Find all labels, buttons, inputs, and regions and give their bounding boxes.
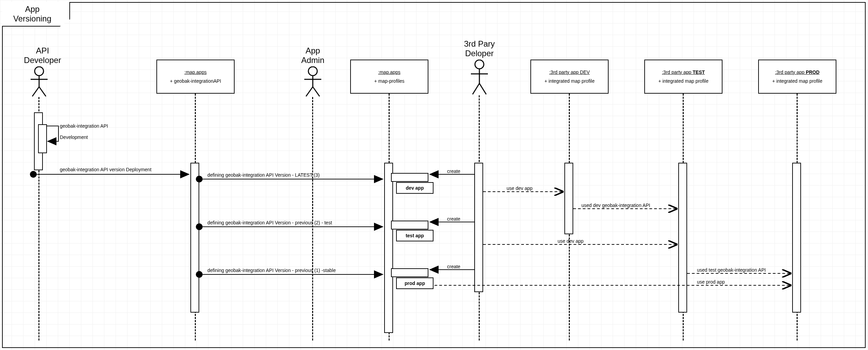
object-prod-sub: + integrated map profile: [772, 78, 822, 84]
msg-create-2: create: [447, 216, 460, 222]
activation-prod-app-row: [391, 268, 428, 277]
msg-create-3: create: [447, 264, 460, 269]
msg-create-1: create: [447, 169, 460, 174]
msg-use-dev: use dev app: [507, 186, 532, 191]
activation-test-app-row: [391, 221, 428, 229]
svg-line-9: [313, 87, 320, 96]
object-mapapps-1: :map.apps + geobak-integrationAPI: [156, 60, 235, 94]
svg-line-14: [479, 83, 486, 94]
object-mapapps-2: :map.apps + map-profiles: [350, 60, 428, 94]
activation-3rd-party: [474, 163, 483, 292]
object-test-sub: + integrated map profile: [658, 78, 708, 84]
object-test-title: :3rd party app TEST: [662, 69, 705, 75]
object-prod-title-pre: :3rd party app: [775, 69, 806, 75]
frame-title: App Versioning: [2, 2, 70, 27]
svg-line-8: [306, 87, 313, 96]
svg-line-3: [32, 87, 39, 96]
dot-prev-stable: [196, 271, 203, 278]
object-mapapps-2-sub: + map-profiles: [374, 78, 404, 84]
actor-3rd-party-label: 3rd Pary Deloper: [449, 39, 510, 58]
object-dev-sub: + integrated map profile: [544, 78, 594, 84]
msg-def-latest: defining geobak-integration API Version …: [207, 172, 320, 178]
object-mapapps-1-sub: + geobak-integrationAPI: [170, 78, 221, 84]
activation-api-dev-2: [38, 124, 47, 153]
object-mapapps-2-title: :map.apps: [378, 69, 400, 75]
svg-point-5: [308, 67, 317, 76]
msg-deploy: geobak-integration API version Deploymen…: [60, 167, 151, 172]
activation-mapapps-1: [190, 163, 199, 313]
actor-app-admin-label: App Admin: [289, 46, 337, 65]
box-dev-app: dev app: [396, 182, 433, 194]
start-dot: [30, 171, 37, 178]
object-prod-title: :3rd party app PROD: [775, 69, 820, 75]
object-prod-title-bold: PROD: [806, 69, 819, 75]
msg-use-prod: use prod app: [697, 279, 725, 285]
box-test-app: test app: [396, 230, 433, 241]
actor-api-developer-icon: [29, 66, 49, 97]
msg-def-prev-stable: defining geobak-integration API Version …: [207, 268, 336, 273]
msg-use-dev-2: use dev app: [558, 238, 583, 244]
svg-point-10: [475, 60, 484, 69]
object-test-title-bold: TEST: [693, 69, 705, 75]
actor-api-developer-label: API Developer: [14, 46, 71, 65]
box-prod-app: prod app: [396, 277, 433, 289]
msg-def-prev-test: defining geobak-integration API Version …: [207, 220, 332, 225]
self-message-note: geobak-integration API Development: [60, 122, 108, 142]
note-line-2: Development: [60, 133, 108, 142]
svg-line-4: [39, 87, 46, 96]
object-dev: :3rd party app DEV + integrated map prof…: [530, 60, 609, 94]
lifeline-app-admin: [312, 97, 313, 340]
svg-point-0: [35, 67, 44, 76]
msg-used-test: used test geobak-integration API: [697, 267, 766, 273]
msg-used-dev: used dev geobak-integration API: [581, 203, 650, 208]
activation-dev-obj: [564, 163, 573, 234]
actor-app-admin-icon: [303, 66, 323, 97]
object-mapapps-1-title: :map.apps: [184, 69, 206, 75]
actor-3rd-party-icon: [469, 60, 490, 95]
object-test-title-pre: :3rd party app: [662, 69, 693, 75]
activation-dev-app-row: [391, 173, 428, 182]
object-dev-title: :3rd party app DEV: [549, 69, 590, 75]
note-line-1: geobak-integration API: [60, 122, 108, 130]
activation-test-obj: [678, 163, 687, 313]
svg-line-13: [473, 83, 479, 94]
object-test: :3rd party app TEST + integrated map pro…: [644, 60, 722, 94]
dot-prev-test: [196, 223, 203, 230]
diagram-frame: App Versioning: [2, 2, 866, 348]
activation-mapapps-2: [384, 163, 393, 333]
dot-latest: [196, 176, 203, 182]
object-prod: :3rd party app PROD + integrated map pro…: [758, 60, 836, 94]
activation-prod-obj: [792, 163, 801, 313]
